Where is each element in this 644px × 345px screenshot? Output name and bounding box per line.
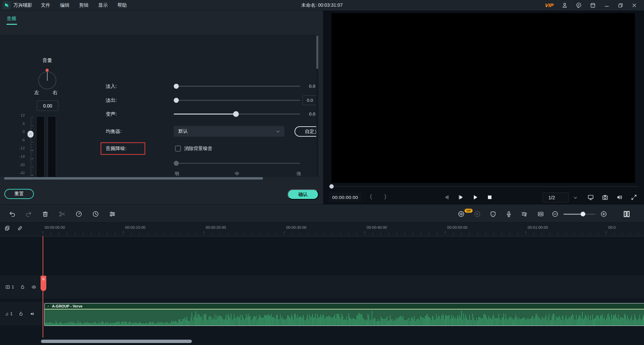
db-scale-label: 12 <box>12 113 28 122</box>
mark-out-button[interactable]: } <box>384 193 386 200</box>
fit-timeline-button[interactable] <box>537 210 544 218</box>
balance-right-label: 右 <box>53 89 58 96</box>
voice-change-fill <box>174 114 236 115</box>
video-track-visibility-icon[interactable] <box>31 284 37 290</box>
seek-handle[interactable] <box>329 184 334 189</box>
fade-out-handle[interactable] <box>174 98 179 103</box>
equalizer-select[interactable]: 默认 <box>174 126 284 137</box>
playhead-grip[interactable]: 6 <box>41 276 46 291</box>
fade-in-handle[interactable] <box>174 84 179 89</box>
panel-hscrollbar-thumb[interactable] <box>4 177 263 180</box>
menu-item[interactable]: 文件 <box>41 2 50 8</box>
feedback-icon[interactable] <box>576 2 582 8</box>
denoise-strength-slider[interactable] <box>174 163 300 164</box>
audio-clip[interactable]: ♫ A-GROUP - Verve <box>44 303 644 326</box>
snapshot-icon[interactable] <box>601 194 609 201</box>
mark-in-button[interactable]: { <box>370 193 372 200</box>
panel-vscrollbar-thumb[interactable] <box>316 36 318 69</box>
confirm-button[interactable]: 确认 <box>287 189 319 200</box>
timeline-hscrollbar-thumb[interactable] <box>41 340 192 343</box>
balance-left-label: 左 <box>34 89 39 96</box>
preview-zoom-select[interactable]: 1/2 <box>543 193 569 202</box>
duration-button[interactable] <box>92 210 99 218</box>
ruler-label: 00:00:20:00 <box>206 225 286 229</box>
delete-button[interactable] <box>42 210 49 218</box>
stop-button[interactable] <box>486 194 493 201</box>
record-voiceover-button[interactable] <box>505 210 513 218</box>
fade-in-slider[interactable] <box>174 86 300 87</box>
adjust-button[interactable] <box>109 210 116 218</box>
equalizer-selected-value: 默认 <box>178 128 188 134</box>
audio-mixer-button[interactable] <box>521 210 528 218</box>
ruler-label: 00:01:00:00 <box>528 225 608 229</box>
speed-button[interactable] <box>75 210 83 218</box>
fade-out-label: 淡出: <box>106 97 117 104</box>
redo-button[interactable] <box>25 210 32 218</box>
fullscreen-icon[interactable] <box>630 194 638 201</box>
vip-button[interactable]: VIP <box>545 2 554 8</box>
audio-track-icon: ♫ <box>5 311 9 317</box>
zoom-chevron-icon[interactable] <box>573 195 578 200</box>
minimize-button[interactable] <box>604 2 610 8</box>
zoom-out-button[interactable] <box>551 210 559 218</box>
link-clips-icon[interactable] <box>17 225 23 231</box>
music-note-icon: ♫ <box>46 304 50 308</box>
voice-change-handle[interactable] <box>233 111 239 117</box>
db-scale-label: -42 <box>12 171 28 177</box>
reset-button[interactable]: 重置 <box>4 189 34 199</box>
play-button[interactable] <box>472 194 479 201</box>
next-frame-button[interactable] <box>457 194 465 201</box>
timeline-ruler: 00:00:00:0000:00:10:0000:00:20:0000:00:3… <box>45 225 644 229</box>
audio-track-lock-icon[interactable] <box>18 311 23 316</box>
previous-frame-button[interactable] <box>443 194 450 201</box>
fade-out-slider[interactable] <box>174 100 300 101</box>
duplicate-track-icon[interactable] <box>4 225 10 231</box>
timeline-zoom-fill <box>564 214 583 215</box>
video-track-icon <box>5 284 10 290</box>
restore-button[interactable] <box>618 2 624 8</box>
denoise-strength-handle[interactable] <box>174 161 179 166</box>
denoise-tool-icon[interactable] <box>458 210 465 218</box>
db-scale-label: -12 <box>12 146 28 154</box>
db-scale-label: -6 <box>12 138 28 146</box>
db-scale-label: -18 <box>12 154 28 163</box>
menu-item[interactable]: 编辑 <box>60 2 69 8</box>
account-icon[interactable] <box>561 2 568 8</box>
video-preview[interactable] <box>331 13 635 183</box>
fade-in-value: 0.0 <box>300 84 315 89</box>
store-icon[interactable] <box>590 2 596 8</box>
timeline-zoom-handle[interactable] <box>581 212 585 216</box>
volume-fader-handle[interactable] <box>28 131 34 138</box>
mirror-display-icon[interactable] <box>587 194 594 201</box>
undo-button[interactable] <box>9 210 16 218</box>
zoom-in-button[interactable] <box>600 210 607 218</box>
video-track-lock-icon[interactable] <box>20 284 25 289</box>
knob-dot <box>46 69 49 72</box>
volume-value-input[interactable]: 0.00 <box>37 100 58 111</box>
denoise-strong-label: 强 <box>297 171 301 177</box>
seek-track[interactable] <box>329 186 638 187</box>
denoise-checkbox[interactable] <box>175 146 181 151</box>
app-logo-icon[interactable] <box>2 1 11 9</box>
tab-audio[interactable]: 音频 <box>7 16 16 22</box>
audio-track-mute-icon[interactable] <box>30 311 35 317</box>
db-scale-label: 6 <box>12 122 28 130</box>
video-track[interactable]: 1 <box>0 275 644 298</box>
render-preview-button[interactable] <box>474 210 481 218</box>
split-button[interactable] <box>58 210 66 218</box>
preview-volume-icon[interactable] <box>616 194 623 201</box>
titlebar: 万兴喵影 文件编辑剪辑显示帮助 未命名: 00:03:31:07 VIP <box>0 0 644 11</box>
timeline-toolbar: VIP <box>0 204 644 223</box>
marker-button[interactable] <box>489 210 497 218</box>
ruler-label: 00:00:40:00 <box>367 225 447 229</box>
preview-timecode: 00:00:00:00 <box>329 193 362 202</box>
close-button[interactable] <box>631 2 637 8</box>
fade-out-value-input[interactable]: 0.0 <box>303 95 316 105</box>
menu-item[interactable]: 帮助 <box>117 2 127 8</box>
menu-item[interactable]: 剪辑 <box>79 2 89 8</box>
panel-layout-button[interactable] <box>623 210 631 218</box>
video-track-number: 1 <box>12 285 14 289</box>
equalizer-customize-button[interactable]: 自定义 <box>294 126 316 137</box>
voice-change-label: 变声: <box>106 111 117 117</box>
menu-item[interactable]: 显示 <box>98 2 108 8</box>
